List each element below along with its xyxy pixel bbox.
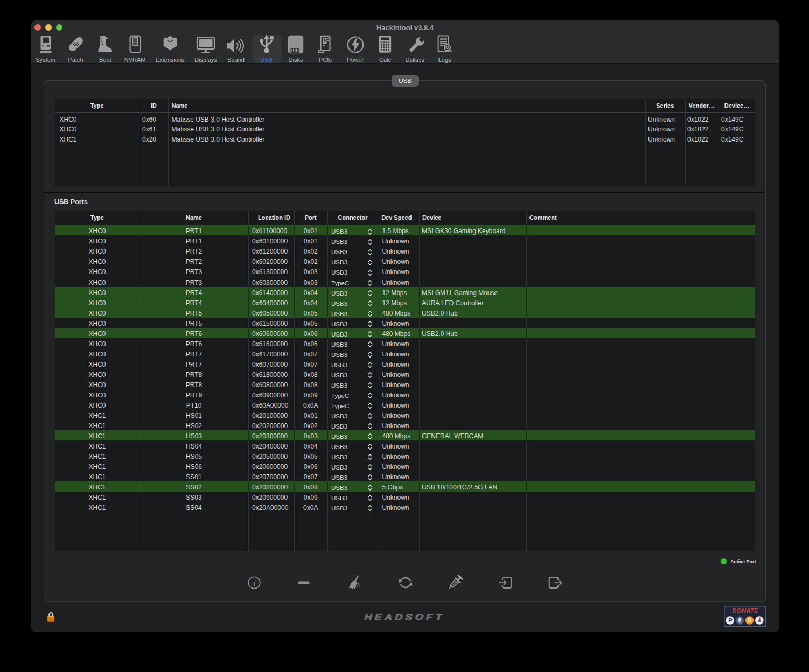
- svg-text:B: B: [748, 617, 752, 624]
- svg-text:i: i: [253, 578, 255, 587]
- svg-text:P: P: [728, 617, 733, 624]
- svg-text:DONATE: DONATE: [732, 607, 758, 614]
